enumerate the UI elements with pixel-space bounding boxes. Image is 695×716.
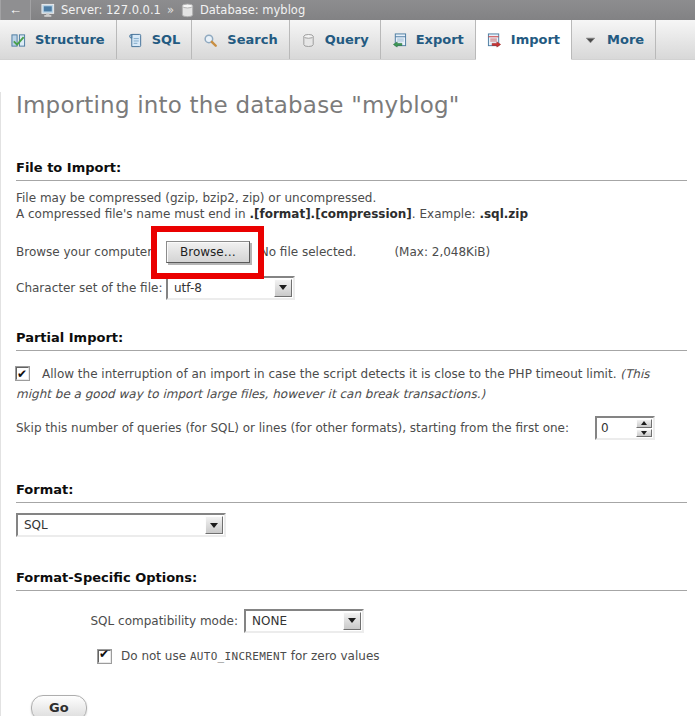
tab-label: SQL <box>152 32 181 47</box>
checkmark-icon: ✔ <box>17 364 27 384</box>
back-button[interactable]: ← <box>0 0 31 20</box>
phpmyadmin-import-page: ← Server: 127.0.0.1 » Database: myblog <box>0 0 695 716</box>
database-icon <box>180 3 195 18</box>
skip-queries-input[interactable] <box>597 418 635 438</box>
charset-row: Character set of the file: utf-8 <box>16 275 689 300</box>
browse-button[interactable]: Browse… <box>166 241 250 263</box>
charset-selected-value: utf-8 <box>168 278 273 298</box>
no-file-text: No file selected. <box>260 245 357 259</box>
allow-interruption-checkbox[interactable]: ✔ <box>16 367 29 380</box>
charset-label: Character set of the file: <box>16 281 166 295</box>
import-icon <box>487 32 502 48</box>
format-selected-value: SQL <box>18 515 204 535</box>
breadcrumb-separator: » <box>167 3 174 17</box>
sql-compatibility-label: SQL compatibility mode: <box>16 614 244 628</box>
tab-export[interactable]: Export <box>381 20 476 59</box>
tab-label: Export <box>416 32 464 47</box>
stepper-buttons <box>636 419 652 437</box>
dropdown-arrow-icon[interactable] <box>274 279 292 297</box>
page-title: Importing into the database "myblog" <box>16 92 689 118</box>
tab-query[interactable]: Query <box>290 20 381 59</box>
tab-label: Structure <box>35 32 105 47</box>
tab-label: More <box>607 32 644 47</box>
tab-bar-filler <box>656 20 695 59</box>
search-icon <box>203 32 218 48</box>
export-icon <box>392 32 407 48</box>
browse-row: Browse your computer: Browse… No file se… <box>16 239 689 265</box>
file-to-import-heading: File to Import: <box>16 160 687 181</box>
format-select[interactable]: SQL <box>16 513 226 537</box>
stepper-up-button[interactable] <box>636 419 652 428</box>
import-form: Importing into the database "myblog" Fil… <box>0 92 695 716</box>
sql-icon <box>128 32 143 48</box>
allow-interruption-label: Allow the interruption of an import in c… <box>42 367 620 381</box>
stepper-down-button[interactable] <box>636 429 652 438</box>
browse-label: Browse your computer: <box>16 245 166 259</box>
sql-compatibility-row: SQL compatibility mode: NONE <box>16 608 689 633</box>
allow-interruption-row: ✔Allow the interruption of an import in … <box>16 364 688 404</box>
skip-queries-stepper[interactable] <box>595 416 655 440</box>
format-row: SQL <box>16 513 689 537</box>
auto-increment-label: Do not use AUTO_INCREMENT for zero value… <box>121 649 380 663</box>
tab-search[interactable]: Search <box>192 20 289 59</box>
format-heading: Format: <box>16 482 687 503</box>
checkmark-icon: ✔ <box>99 647 109 661</box>
tab-label: Search <box>227 32 277 47</box>
max-size-text: (Max: 2,048KiB) <box>394 245 490 259</box>
skip-queries-label: Skip this number of queries (for SQL) or… <box>16 421 569 435</box>
tab-more[interactable]: More <box>572 20 656 59</box>
server-icon <box>41 3 56 18</box>
dropdown-arrow-icon[interactable] <box>343 612 361 630</box>
compression-hint: File may be compressed (gzip, bzip2, zip… <box>16 190 689 222</box>
format-specific-options-heading: Format-Specific Options: <box>16 570 687 591</box>
tab-sql[interactable]: SQL <box>117 20 193 59</box>
auto-increment-row: ✔ Do not use AUTO_INCREMENT for zero val… <box>98 649 689 663</box>
skip-queries-row: Skip this number of queries (for SQL) or… <box>16 416 689 440</box>
breadcrumb-database[interactable]: Database: myblog <box>200 3 305 17</box>
tab-import[interactable]: Import <box>476 20 572 60</box>
sql-compatibility-selected-value: NONE <box>246 611 342 631</box>
partial-import-heading: Partial Import: <box>16 330 687 351</box>
dropdown-arrow-icon[interactable] <box>205 516 223 534</box>
breadcrumb-server[interactable]: Server: 127.0.0.1 <box>61 3 161 17</box>
auto-increment-checkbox[interactable]: ✔ <box>98 650 111 663</box>
tab-label: Query <box>325 32 369 47</box>
breadcrumb-bar: ← Server: 127.0.0.1 » Database: myblog <box>0 0 695 20</box>
tab-bar: Structure SQL Search <box>0 20 695 60</box>
query-icon <box>301 32 316 48</box>
sql-compatibility-select[interactable]: NONE <box>244 609 364 633</box>
structure-icon <box>11 32 26 48</box>
tab-structure[interactable]: Structure <box>0 20 117 59</box>
charset-select[interactable]: utf-8 <box>166 276 295 300</box>
tab-label: Import <box>511 32 560 47</box>
go-button[interactable]: Go <box>31 695 87 716</box>
chevron-down-icon <box>583 32 598 48</box>
